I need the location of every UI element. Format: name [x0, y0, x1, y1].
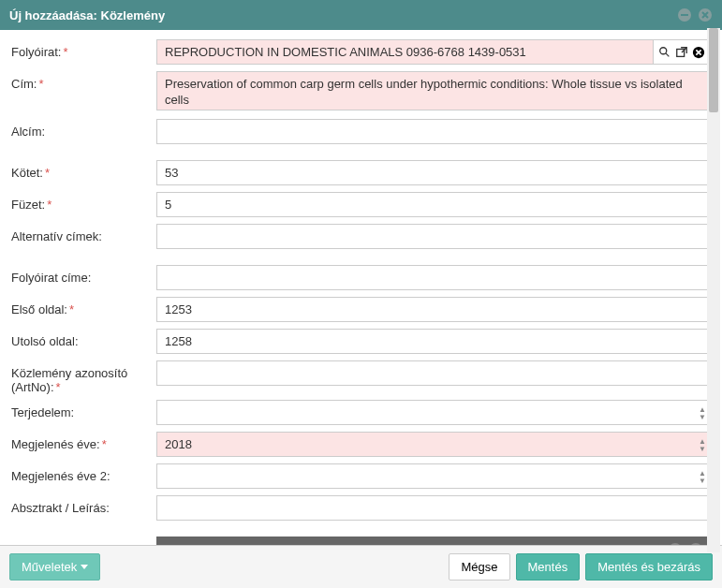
input-utolso-oldal[interactable]	[156, 329, 711, 354]
label-folyoirat-cime: Folyóirat címe:	[11, 265, 156, 285]
svg-point-7	[669, 543, 682, 545]
cancel-button[interactable]: Mégse	[449, 553, 509, 581]
add-icon[interactable]	[668, 542, 683, 545]
muveletek-button[interactable]: Műveletek	[9, 553, 100, 581]
input-folyoirat-cime[interactable]	[156, 265, 711, 290]
label-folyoirat: Folyóirat:*	[11, 39, 156, 59]
scrollbar-thumb[interactable]	[709, 28, 718, 112]
input-kotet[interactable]	[156, 160, 711, 185]
spinner-up-icon[interactable]: ▲	[698, 405, 707, 412]
svg-rect-1	[681, 14, 688, 16]
label-terjedelem: Terjedelem:	[11, 400, 156, 419]
popout-icon[interactable]	[674, 45, 689, 60]
label-kulso-azon: Külső azonosítók:	[11, 537, 156, 545]
dialog-titlebar: Új hozzáadása: Közlemény	[0, 0, 722, 30]
save-button[interactable]: Mentés	[516, 553, 581, 581]
dialog-title: Új hozzáadása: Közlemény	[9, 8, 165, 22]
dialog-window: Új hozzáadása: Közlemény Folyóirat:*	[0, 0, 722, 588]
input-megjelenes-eve[interactable]	[156, 432, 711, 457]
input-megjelenes-eve2[interactable]	[156, 463, 711, 489]
label-cim: Cím:*	[11, 71, 156, 91]
svg-point-8	[689, 543, 702, 545]
subpanel-title: Külső azonosító	[164, 543, 258, 546]
label-elso-oldal: Első oldal:*	[11, 297, 156, 316]
input-fuzet[interactable]	[156, 192, 711, 217]
label-megjelenes-eve: Megjelenés éve:*	[11, 432, 156, 451]
close-icon[interactable]	[698, 7, 713, 22]
label-kotet: Kötet:*	[11, 160, 156, 180]
input-folyoirat[interactable]	[156, 39, 654, 65]
titlebar-actions	[677, 7, 713, 22]
label-utolso-oldal: Utolsó oldal:	[11, 329, 156, 348]
remove-icon[interactable]	[688, 542, 703, 545]
input-elso-oldal[interactable]	[156, 297, 711, 322]
input-alcim[interactable]	[156, 119, 711, 144]
save-close-button[interactable]: Mentés és bezárás	[585, 553, 713, 581]
label-absztrakt: Absztrakt / Leírás:	[11, 495, 156, 515]
input-alt-cimek[interactable]	[156, 224, 711, 249]
input-absztrakt[interactable]	[156, 495, 711, 521]
label-artno: Közlemény azonosító (ArtNo):*	[11, 360, 156, 394]
spinner-down-icon[interactable]: ▼	[698, 477, 707, 483]
input-artno[interactable]	[156, 360, 711, 386]
folyoirat-icons	[654, 39, 711, 65]
spinner-down-icon[interactable]: ▼	[698, 445, 707, 451]
svg-line-4	[666, 52, 670, 56]
label-alcim: Alcím:	[11, 119, 156, 139]
dialog-content: Folyóirat:* Cím:* Alcím: Kötet:*	[0, 30, 722, 545]
label-fuzet: Füzet:*	[11, 192, 156, 212]
scrollbar[interactable]	[707, 28, 720, 552]
label-megjelenes-eve2: Megjelenés éve 2:	[11, 463, 156, 483]
search-icon[interactable]	[657, 45, 672, 60]
clear-icon[interactable]	[691, 45, 706, 60]
input-cim[interactable]	[156, 71, 711, 110]
svg-point-3	[660, 47, 667, 53]
spinner-down-icon[interactable]: ▼	[698, 413, 707, 419]
subpanel-header: Külső azonosító	[156, 537, 711, 545]
spinner-up-icon[interactable]: ▲	[698, 437, 707, 444]
minimize-icon[interactable]	[677, 7, 692, 22]
spinner-up-icon[interactable]: ▲	[698, 469, 707, 476]
input-terjedelem[interactable]	[156, 400, 711, 425]
caret-down-icon	[81, 565, 88, 569]
dialog-footer: Műveletek Mégse Mentés Mentés és bezárás	[0, 545, 722, 588]
label-alt-cimek: Alternatív címek:	[11, 224, 156, 243]
